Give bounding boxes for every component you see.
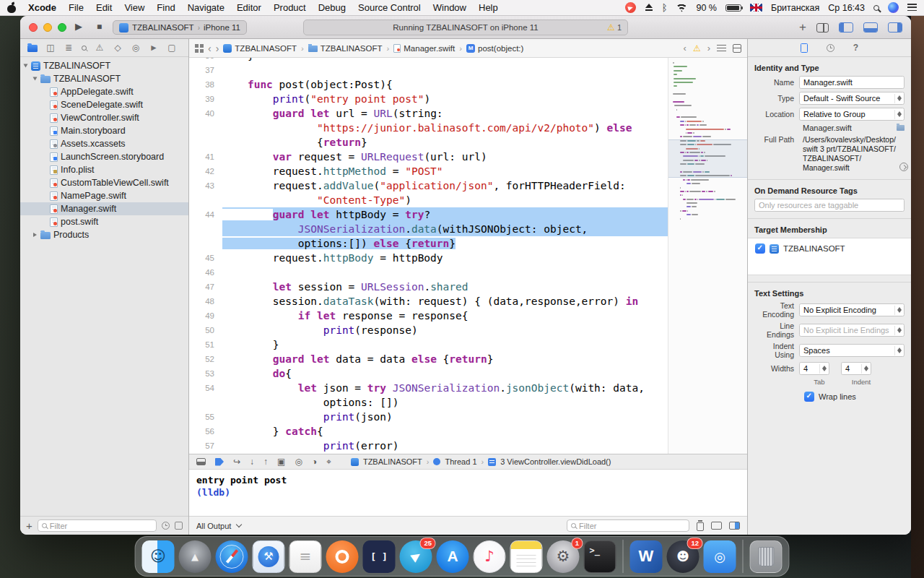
environment-overrides-icon[interactable]: ◑ bbox=[312, 457, 317, 466]
code-line-wrap[interactable]: {return} bbox=[189, 135, 668, 150]
dock-appcode-icon[interactable] bbox=[704, 540, 736, 573]
name-field[interactable]: Manager.swift bbox=[799, 76, 905, 89]
dock-launchpad-icon[interactable] bbox=[179, 540, 212, 573]
code-line-45[interactable]: 45 request.httpBody = httpBody bbox=[189, 251, 668, 265]
file-row-Assets.xcassets[interactable]: Assets.xcassets bbox=[20, 137, 188, 150]
menu-navigate[interactable]: Navigate bbox=[188, 2, 225, 13]
code-line-47[interactable]: 47 let session = URLSession.shared bbox=[189, 280, 668, 294]
file-row-LaunchScreen.storyboard[interactable]: LaunchScreen.storyboard bbox=[20, 150, 188, 163]
target-membership-row[interactable]: TZBALINASOFT bbox=[755, 243, 904, 254]
editor-options-icon[interactable] bbox=[733, 44, 741, 53]
location-dropdown[interactable]: Relative to Group bbox=[799, 108, 905, 121]
show-variables-view-icon[interactable] bbox=[711, 522, 722, 530]
file-row-AppDelegate.swift[interactable]: AppDelegate.swift bbox=[20, 85, 188, 98]
menu-debug[interactable]: Debug bbox=[318, 2, 346, 13]
stop-button[interactable]: ■ bbox=[97, 22, 102, 32]
clear-console-icon[interactable] bbox=[697, 522, 704, 531]
toggle-debug-area-button[interactable] bbox=[863, 22, 878, 33]
library-add-button[interactable] bbox=[799, 20, 806, 35]
related-items-icon[interactable] bbox=[195, 44, 204, 53]
dock-trash-icon[interactable] bbox=[750, 540, 783, 573]
code-line-52[interactable]: 52 guard let data = data else {return} bbox=[189, 352, 668, 366]
reveal-in-finder-icon[interactable] bbox=[897, 125, 905, 131]
symbol-navigator-icon[interactable]: ≣ bbox=[64, 43, 74, 52]
telegram-menubar-icon[interactable] bbox=[625, 2, 636, 13]
code-line-38[interactable]: 38 func post(object:Post){ bbox=[189, 77, 668, 92]
tab-width-stepper[interactable]: 4 bbox=[799, 362, 829, 375]
view-hierarchy-icon[interactable]: ▣ bbox=[277, 457, 285, 466]
file-row-Info.plist[interactable]: Info.plist bbox=[20, 163, 188, 176]
dock-brackets-icon[interactable] bbox=[363, 540, 396, 573]
open-path-arrow-icon[interactable] bbox=[899, 163, 908, 171]
code-line-55[interactable]: 55 print(json) bbox=[189, 410, 668, 424]
toggle-navigator-button[interactable] bbox=[839, 22, 853, 33]
breakpoints-toggle-icon[interactable] bbox=[215, 458, 224, 466]
breadcrumb-item-TZBALINASOFT[interactable]: TZBALINASOFT bbox=[308, 44, 383, 53]
code-line-39[interactable]: 39 print("entry point post") bbox=[189, 92, 668, 106]
go-forward-button[interactable]: › bbox=[216, 43, 219, 53]
dock-terminal-icon[interactable] bbox=[584, 540, 616, 573]
code-line-40[interactable]: 40 guard let url = URL(string: bbox=[189, 106, 668, 121]
wrap-lines-checkbox[interactable] bbox=[804, 392, 814, 402]
close-window-button[interactable] bbox=[29, 23, 38, 32]
file-row-TZBALINASOFT[interactable]: TZBALINASOFT bbox=[20, 59, 188, 72]
file-row-Products[interactable]: Products bbox=[20, 228, 188, 241]
dock-finder-icon[interactable] bbox=[142, 540, 175, 573]
code-line-36[interactable]: 36 } bbox=[189, 58, 668, 63]
next-issue-button[interactable]: › bbox=[707, 43, 710, 53]
debug-console[interactable]: entry point post (lldb) bbox=[189, 470, 747, 516]
wifi-icon[interactable] bbox=[676, 4, 687, 12]
dock-xcode-icon[interactable] bbox=[253, 540, 285, 573]
code-line-49[interactable]: 49 if let response = response{ bbox=[189, 309, 668, 323]
recent-files-filter-icon[interactable] bbox=[162, 522, 170, 530]
bluetooth-icon[interactable] bbox=[662, 2, 668, 13]
thread-name[interactable]: Thread 1 bbox=[445, 457, 476, 466]
code-line-46[interactable]: 46 bbox=[189, 265, 668, 280]
file-row-CustomTableViewCell.swift[interactable]: CustomTableViewCell.swift bbox=[20, 176, 188, 189]
siri-icon[interactable] bbox=[888, 2, 899, 13]
menu-source-control[interactable]: Source Control bbox=[358, 2, 421, 13]
zoom-window-button[interactable] bbox=[58, 23, 66, 32]
show-console-view-icon[interactable] bbox=[729, 522, 740, 530]
dock-telegram-icon[interactable]: 25 bbox=[400, 540, 432, 573]
previous-issue-button[interactable]: ‹ bbox=[684, 43, 687, 53]
debug-navigator-icon[interactable]: ◎ bbox=[131, 43, 141, 52]
file-row-post.swift[interactable]: post.swift bbox=[20, 215, 188, 228]
code-line-42[interactable]: 42 request.httpMethod = "POST" bbox=[189, 164, 668, 178]
file-row-Main.storyboard[interactable]: Main.storyboard bbox=[20, 124, 188, 137]
breadcrumb-item-TZBALINASOFT[interactable]: TZBALINASOFT bbox=[223, 44, 297, 53]
breadcrumb-item-Manager.swift[interactable]: Manager.swift bbox=[393, 44, 455, 53]
disclosure-triangle[interactable] bbox=[24, 64, 28, 68]
menu-help[interactable]: Help bbox=[479, 2, 498, 13]
source-code-editor[interactable]: 36 }3738 func post(object:Post){39 print… bbox=[189, 58, 668, 454]
input-language-label[interactable]: Британская bbox=[771, 3, 819, 13]
apple-menu-icon[interactable] bbox=[7, 2, 17, 13]
menu-window[interactable]: Window bbox=[433, 2, 466, 13]
breadcrumb-item-post(object:)[interactable]: post(object:) bbox=[466, 44, 523, 53]
memory-graph-icon[interactable]: ◎ bbox=[295, 457, 302, 466]
menu-view[interactable]: View bbox=[124, 2, 144, 13]
minimap[interactable] bbox=[668, 58, 747, 454]
dock-safari-icon[interactable] bbox=[216, 540, 248, 573]
dock-music-icon[interactable] bbox=[474, 540, 506, 573]
toggle-inspector-button[interactable] bbox=[888, 22, 902, 33]
output-scope-selector[interactable]: All Output bbox=[196, 522, 231, 530]
add-editor-button[interactable] bbox=[816, 23, 829, 33]
line-endings-dropdown[interactable]: No Explicit Line Endings bbox=[799, 324, 905, 337]
menu-xcode[interactable]: Xcode bbox=[28, 2, 56, 13]
eject-icon[interactable] bbox=[645, 4, 653, 12]
input-language-flag-icon[interactable] bbox=[750, 4, 762, 12]
code-line-41[interactable]: 41 var request = URLRequest(url: url) bbox=[189, 150, 668, 164]
file-inspector-tab[interactable] bbox=[801, 43, 808, 53]
minimap-viewport[interactable] bbox=[668, 139, 747, 178]
warning-counter[interactable]: ⚠ 1 bbox=[607, 22, 622, 33]
dock-discord-icon[interactable]: 12 bbox=[667, 540, 699, 573]
code-line-43[interactable]: 43 request.addValue("application/json", … bbox=[189, 178, 668, 193]
code-line-wrap[interactable]: options:[]) else {return} bbox=[189, 236, 668, 251]
issue-navigator-icon[interactable]: ⚠ bbox=[95, 43, 105, 52]
console-filter-input[interactable]: Filter bbox=[567, 519, 689, 532]
dock-word-icon[interactable] bbox=[630, 540, 663, 573]
file-row-SceneDelegate.swift[interactable]: SceneDelegate.swift bbox=[20, 98, 188, 111]
text-encoding-dropdown[interactable]: No Explicit Encoding bbox=[799, 303, 905, 316]
breakpoint-navigator-icon[interactable]: ► bbox=[149, 43, 159, 52]
